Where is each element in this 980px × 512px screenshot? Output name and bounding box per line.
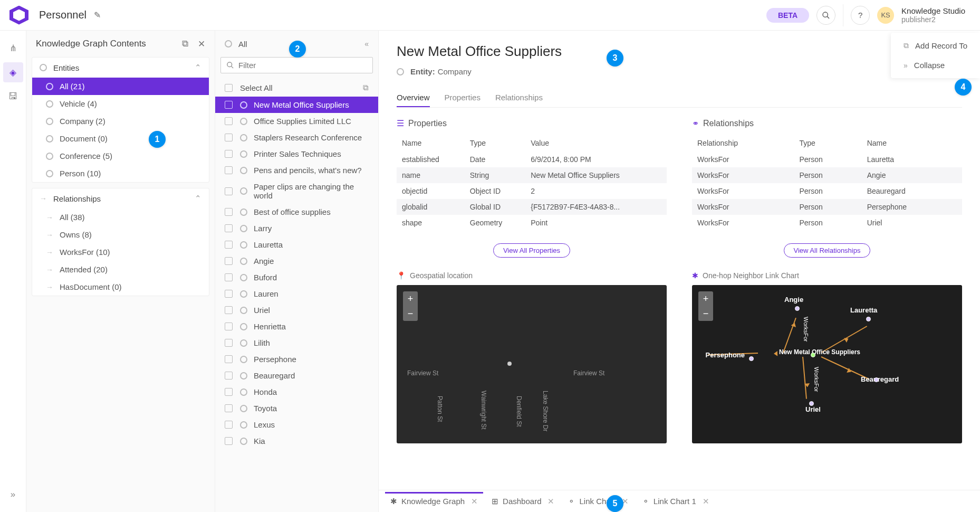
relationship-item[interactable]: →Owns (8) [32,226,209,243]
record-item[interactable]: Office Supplies Limited LLC [215,113,378,129]
add-record-to-button[interactable]: ⧉Add Record To [891,36,980,55]
table-link[interactable]: WorksFor [692,215,794,231]
record-item[interactable]: Pens and pencils, what's new? [215,162,378,178]
record-item[interactable]: Angie [215,253,378,269]
relationship-item[interactable]: →HasDocument (0) [32,278,209,296]
record-item[interactable]: Paper clips are changing the world [215,178,378,204]
record-item[interactable]: Printer Sales Techniques [215,146,378,162]
expand-icon[interactable]: ⧉ [363,83,369,92]
bottom-tab[interactable]: ⊞Dashboard✕ [486,492,560,511]
record-item[interactable]: Larry [215,220,378,236]
table-link[interactable]: Beauregard [862,183,962,199]
checkbox-icon[interactable] [225,404,233,412]
rail-tree-icon[interactable]: ⋔ [3,38,23,58]
checkbox-icon[interactable] [225,117,233,125]
record-item[interactable]: Lilith [215,335,378,351]
filter-input-wrapper[interactable] [220,57,373,73]
table-link[interactable]: WorksFor [692,167,794,183]
entity-item[interactable]: All (21) [32,78,209,95]
relationship-item[interactable]: →WorksFor (10) [32,243,209,261]
table-link[interactable]: WorksFor [692,199,794,215]
checkbox-icon[interactable] [225,323,233,330]
checkbox-icon[interactable] [225,150,233,158]
relationship-item[interactable]: →Attended (20) [32,261,209,278]
record-item[interactable]: New Metal Office Suppliers [215,97,378,113]
filter-input[interactable] [238,61,367,70]
table-link[interactable]: Persephone [862,199,962,215]
record-item[interactable]: Kia [215,433,378,449]
checkbox-icon[interactable] [225,290,233,298]
entity-item[interactable]: Document (0) [32,130,209,147]
checkbox-icon[interactable] [225,224,233,232]
close-tab-icon[interactable]: ✕ [471,497,478,506]
record-item[interactable]: Lauretta [215,236,378,253]
record-item[interactable]: Staplers Research Conference [215,129,378,146]
tab-relationships[interactable]: Relationships [495,89,543,107]
entity-item[interactable]: Conference (5) [32,147,209,165]
collapse-panel2-icon[interactable]: « [364,40,369,48]
table-link[interactable]: WorksFor [692,151,794,167]
entities-section-head[interactable]: Entities ⌃ [32,58,209,78]
tab-properties[interactable]: Properties [445,89,481,107]
relationship-item[interactable]: →All (38) [32,208,209,226]
search-button[interactable] [816,6,835,25]
zoom-out-button[interactable]: − [403,306,418,321]
checkbox-icon[interactable] [225,84,233,92]
checkbox-icon[interactable] [225,437,233,445]
table-link[interactable]: WorksFor [692,183,794,199]
table-link[interactable]: Lauretta [862,151,962,167]
zoom-in-button[interactable]: + [403,291,418,306]
view-all-relationships-button[interactable]: View All Relationships [784,243,871,258]
geo-map[interactable]: +− Fairview St Fairview St Patton St Wai… [397,285,667,443]
collapse-button[interactable]: »Collapse [891,55,980,75]
close-panel1-icon[interactable]: ✕ [198,39,205,50]
record-item[interactable]: Toyota [215,400,378,416]
rail-save-icon[interactable]: 🖫 [3,87,23,107]
help-button[interactable]: ? [851,6,870,25]
table-link[interactable]: Angie [862,167,962,183]
bottom-tab[interactable]: ✱Knowledge Graph✕ [385,492,483,511]
close-tab-icon[interactable]: ✕ [703,497,709,506]
checkbox-icon[interactable] [225,355,233,363]
checkbox-icon[interactable] [225,372,233,380]
record-item[interactable]: Lauren [215,286,378,302]
checkbox-icon[interactable] [225,257,233,265]
checkbox-icon[interactable] [225,339,233,347]
avatar[interactable]: KS [877,7,894,24]
close-tab-icon[interactable]: ✕ [547,497,554,506]
rail-layers-icon[interactable]: ◈ [3,62,23,82]
record-item[interactable]: Persephone [215,351,378,367]
checkbox-icon[interactable] [225,187,233,195]
checkbox-icon[interactable] [225,306,233,314]
bottom-tab[interactable]: ⚬Link Chart✕ [563,492,633,511]
tab-overview[interactable]: Overview [397,89,430,107]
record-item[interactable]: Best of office supplies [215,204,378,220]
record-item[interactable]: Lexus [215,416,378,433]
record-item[interactable]: Beauregard [215,367,378,384]
record-item[interactable]: Buford [215,269,378,286]
checkbox-icon[interactable] [225,388,233,396]
relationships-section-head[interactable]: → Relationships ⌃ [32,188,209,208]
zoom-out-button[interactable]: − [698,306,713,321]
record-item[interactable]: Henrietta [215,318,378,335]
entity-item[interactable]: Vehicle (4) [32,95,209,112]
checkbox-icon[interactable] [225,101,233,109]
checkbox-icon[interactable] [225,134,233,141]
record-item[interactable]: Uriel [215,302,378,318]
record-item[interactable]: Honda [215,384,378,400]
view-all-properties-button[interactable]: View All Properties [493,243,570,258]
checkbox-icon[interactable] [225,421,233,429]
rail-expand-icon[interactable]: » [3,485,23,505]
entity-item[interactable]: Company (2) [32,112,209,130]
link-chart[interactable]: +− WorksFor WorksFor Angie Lauretta Beau [692,285,962,443]
checkbox-icon[interactable] [225,208,233,216]
select-all-row[interactable]: Select All ⧉ [215,79,378,97]
app-logo[interactable] [9,6,28,25]
add-content-icon[interactable]: ⧉ [182,39,188,50]
table-link[interactable]: Uriel [862,215,962,231]
checkbox-icon[interactable] [225,273,233,281]
zoom-in-button[interactable]: + [698,291,713,306]
checkbox-icon[interactable] [225,166,233,174]
entity-item[interactable]: Person (10) [32,165,209,182]
bottom-tab[interactable]: ⚬Link Chart 1✕ [637,492,715,511]
